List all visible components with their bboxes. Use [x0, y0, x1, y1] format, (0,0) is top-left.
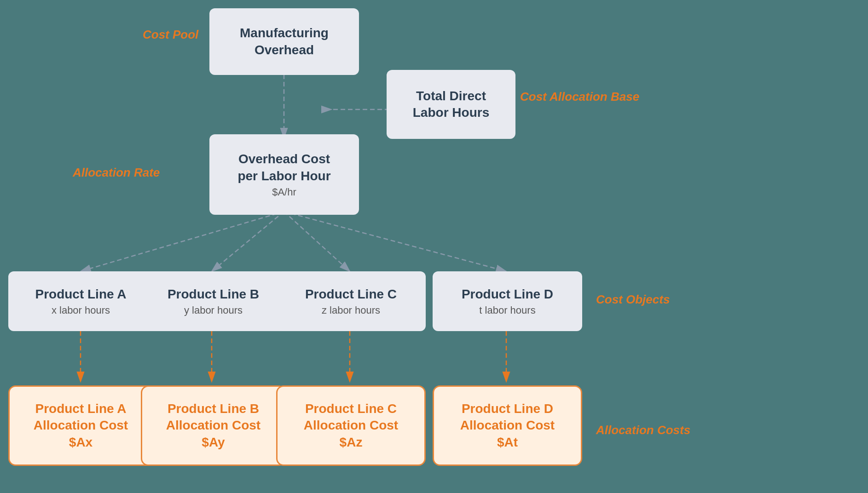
pl-b-line2: y labor hours: [168, 304, 259, 316]
manufacturing-overhead-line1: Manufacturing: [240, 25, 329, 41]
manufacturing-overhead-box: Manufacturing Overhead: [209, 8, 359, 75]
pl-d-line1: Product Line D: [462, 286, 553, 303]
overhead-line2: per Labor Hour: [237, 168, 330, 184]
pl-c-line1: Product Line C: [305, 286, 397, 303]
pl-c-line2: z labor hours: [305, 304, 397, 316]
pl-a-line1: Product Line A: [35, 286, 126, 303]
allocation-rate-label: Allocation Rate: [73, 166, 160, 180]
tdl-line1: Total Direct: [413, 88, 489, 104]
allocation-a-box: Product Line A Allocation Cost $Ax: [8, 385, 153, 466]
alloc-b-line1: Product Line B: [166, 401, 260, 417]
diagram-container: Cost Pool Manufacturing Overhead Total D…: [0, 0, 868, 493]
alloc-a-line1: Product Line A: [34, 401, 128, 417]
overhead-cost-box: Overhead Cost per Labor Hour $A/hr: [209, 134, 359, 215]
cost-pool-label: Cost Pool: [143, 28, 198, 42]
pl-b-line1: Product Line B: [168, 286, 259, 303]
product-line-b-box: Product Line B y labor hours: [141, 271, 286, 331]
overhead-line1: Overhead Cost: [237, 151, 330, 167]
cost-objects-label: Cost Objects: [596, 292, 670, 307]
pl-a-line2: x labor hours: [35, 304, 126, 316]
tdl-line2: Labor Hours: [413, 104, 489, 121]
allocation-d-box: Product Line D Allocation Cost $At: [433, 385, 582, 466]
product-line-d-box: Product Line D t labor hours: [433, 271, 582, 331]
alloc-c-line2: Allocation Cost: [304, 417, 398, 434]
total-direct-labor-box: Total Direct Labor Hours: [387, 70, 515, 139]
alloc-d-line1: Product Line D: [460, 401, 555, 417]
alloc-a-line2: Allocation Cost: [34, 417, 128, 434]
svg-line-6: [212, 212, 284, 271]
product-line-a-box: Product Line A x labor hours: [8, 271, 153, 331]
manufacturing-overhead-line2: Overhead: [240, 42, 329, 58]
alloc-c-line1: Product Line C: [304, 401, 398, 417]
svg-line-8: [284, 212, 506, 271]
alloc-b-line2: Allocation Cost: [166, 417, 260, 434]
overhead-line3: $A/hr: [237, 186, 330, 198]
cost-allocation-base-label: Cost Allocation Base: [520, 90, 639, 104]
alloc-c-line3: $Az: [304, 434, 398, 451]
svg-line-5: [81, 212, 284, 271]
allocation-b-box: Product Line B Allocation Cost $Ay: [141, 385, 286, 466]
alloc-d-line3: $At: [460, 434, 555, 451]
product-line-c-box: Product Line C z labor hours: [276, 271, 426, 331]
alloc-b-line3: $Ay: [166, 434, 260, 451]
alloc-a-line3: $Ax: [34, 434, 128, 451]
allocation-c-box: Product Line C Allocation Cost $Az: [276, 385, 426, 466]
svg-line-7: [284, 212, 350, 271]
alloc-d-line2: Allocation Cost: [460, 417, 555, 434]
pl-d-line2: t labor hours: [462, 304, 553, 316]
allocation-costs-label: Allocation Costs: [596, 423, 690, 437]
